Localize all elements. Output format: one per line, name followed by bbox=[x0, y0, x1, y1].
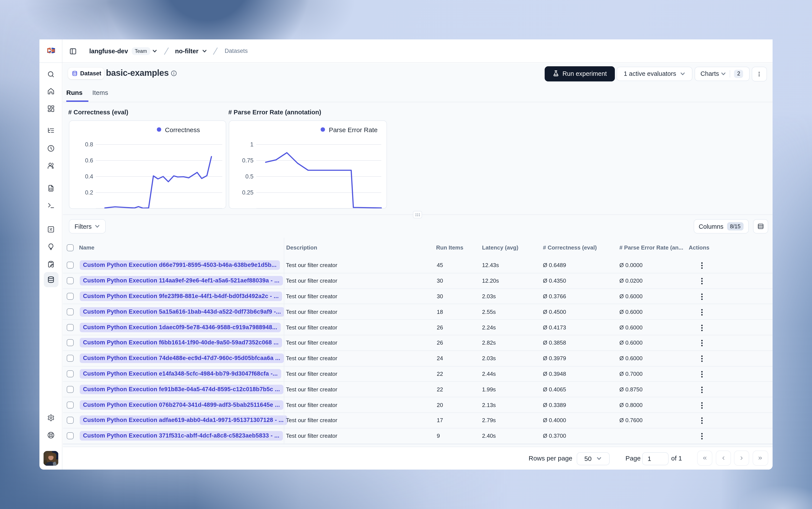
svg-text:0.25: 0.25 bbox=[242, 189, 253, 196]
svg-text:0.4: 0.4 bbox=[85, 173, 93, 179]
svg-text:0.5: 0.5 bbox=[245, 173, 253, 179]
svg-text:0.75: 0.75 bbox=[242, 157, 253, 164]
svg-text:0.6: 0.6 bbox=[85, 157, 93, 164]
svg-text:0.8: 0.8 bbox=[85, 141, 93, 147]
svg-text:1: 1 bbox=[250, 141, 253, 147]
svg-text:0.2: 0.2 bbox=[85, 189, 93, 196]
